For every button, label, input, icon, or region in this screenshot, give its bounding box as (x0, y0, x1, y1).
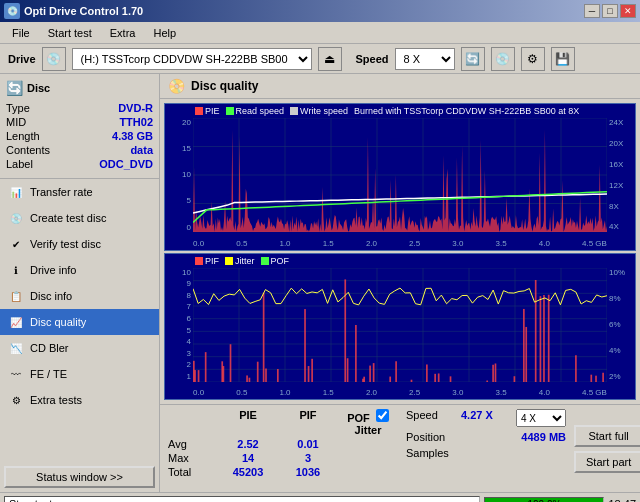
save-icon[interactable]: 💾 (551, 47, 575, 71)
create-disc-icon: 💿 (8, 210, 24, 226)
maximize-button[interactable]: □ (602, 4, 618, 18)
svg-rect-46 (265, 368, 267, 381)
svg-rect-36 (194, 370, 196, 382)
disc-quality-icon: 📈 (8, 314, 24, 330)
pif-legend-item: PIF (195, 256, 219, 266)
menu-start-test[interactable]: Start test (40, 25, 100, 41)
close-button[interactable]: ✕ (620, 4, 636, 18)
disc-mid-value: TTH02 (119, 116, 153, 128)
jitter-checkbox[interactable] (376, 409, 389, 422)
svg-rect-57 (373, 363, 375, 382)
nav-verify-disc-label: Verify test disc (30, 238, 101, 250)
menu-bar: File Start test Extra Help (0, 22, 640, 44)
pif-total-val: 1036 (278, 466, 338, 478)
speed-select[interactable]: 8 X (395, 48, 455, 70)
svg-rect-53 (355, 324, 357, 381)
pie-col-header: PIE (218, 409, 278, 436)
sidebar-item-disc-info[interactable]: 📋 Disc info (0, 283, 159, 309)
sidebar-item-extra-tests[interactable]: ⚙ Extra tests (0, 387, 159, 413)
sidebar-item-fe-te[interactable]: 〰 FE / TE (0, 361, 159, 387)
titlebar-controls: ─ □ ✕ (584, 4, 636, 18)
progress-text: 100.0% (485, 498, 603, 503)
sidebar-item-transfer-rate[interactable]: 📊 Transfer rate (0, 179, 159, 205)
verify-disc-icon: ✔ (8, 236, 24, 252)
stats-max-row: Max 14 3 (168, 452, 398, 464)
empty-label (168, 409, 218, 436)
svg-rect-49 (308, 366, 310, 382)
stats-table: PIE PIF POF Jitter Avg 2.52 0.01 Max 14 … (168, 409, 398, 488)
nav-create-disc-label: Create test disc (30, 212, 106, 224)
nav-cd-bler-label: CD Bler (30, 342, 69, 354)
drive-label: Drive (8, 53, 36, 65)
svg-rect-47 (277, 369, 279, 382)
svg-rect-67 (495, 363, 497, 382)
svg-rect-77 (595, 375, 597, 381)
status-time: 18:47 (608, 498, 636, 503)
position-stat-row: Position 4489 MB (406, 431, 566, 443)
drive-select[interactable]: (H:) TSSTcorp CDDVDW SH-222BB SB00 (72, 48, 312, 70)
refresh-icon[interactable]: 🔄 (461, 47, 485, 71)
write-speed-legend-label: Write speed (300, 106, 348, 116)
speed-label: Speed (356, 53, 389, 65)
menu-extra[interactable]: Extra (102, 25, 144, 41)
svg-rect-70 (525, 326, 527, 381)
samples-stat-label: Samples (406, 447, 449, 459)
svg-rect-72 (540, 296, 542, 382)
right-stats: Speed 4.27 X 4 X Position 4489 MB Sample… (406, 409, 566, 488)
speed-stat-select[interactable]: 4 X (516, 409, 566, 427)
sidebar-item-create-test-disc[interactable]: 💿 Create test disc (0, 205, 159, 231)
start-part-button[interactable]: Start part (574, 451, 640, 473)
disc-title: Disc (27, 82, 50, 94)
minimize-button[interactable]: ─ (584, 4, 600, 18)
stats-total-row: Total 45203 1036 (168, 466, 398, 478)
menu-file[interactable]: File (4, 25, 38, 41)
pof-legend-label: POF (271, 256, 290, 266)
pof-col-header: POF Jitter (338, 409, 398, 436)
position-stat-value: 4489 MB (521, 431, 566, 443)
status-bar: Stan test 100.0% 18:47 (0, 492, 640, 502)
svg-rect-71 (535, 279, 537, 381)
progress-bar: 100.0% (484, 497, 604, 503)
start-full-button[interactable]: Start full (574, 425, 640, 447)
svg-rect-45 (263, 292, 265, 381)
chart1-svg (193, 118, 607, 232)
disc-icon-btn[interactable]: 💿 (491, 47, 515, 71)
disc-label-value: ODC_DVD (99, 158, 153, 170)
stats-avg-row: Avg 2.52 0.01 (168, 438, 398, 450)
nav-items: 📊 Transfer rate 💿 Create test disc ✔ Ver… (0, 179, 159, 462)
disc-contents-label: Contents (6, 144, 50, 156)
svg-rect-40 (223, 366, 225, 382)
sidebar-item-cd-bler[interactable]: 📉 CD Bler (0, 335, 159, 361)
burned-legend-label: Burned with TSSTcorp CDDVDW SH-222BB SB0… (354, 106, 579, 116)
buttons-col: Start full Start part (574, 409, 640, 488)
pof-max-val (338, 452, 398, 464)
speed-stat-row: Speed 4.27 X 4 X (406, 409, 566, 427)
read-speed-legend-label: Read speed (236, 106, 285, 116)
eject-icon[interactable]: ⏏ (318, 47, 342, 71)
avg-label: Avg (168, 438, 218, 450)
svg-rect-43 (249, 377, 251, 381)
sidebar-item-verify-test-disc[interactable]: ✔ Verify test disc (0, 231, 159, 257)
chart1-legend: PIE Read speed Write speed Burned with T… (195, 106, 579, 116)
write-speed-legend-item: Write speed (290, 106, 348, 116)
chart2-legend: PIF Jitter POF (195, 256, 289, 266)
svg-rect-63 (438, 373, 440, 382)
sidebar-item-disc-quality[interactable]: 📈 Disc quality (0, 309, 159, 335)
svg-rect-52 (347, 358, 349, 382)
disc-refresh-icon[interactable]: 🔄 (6, 80, 23, 96)
stats-header-row: PIE PIF POF Jitter (168, 409, 398, 436)
svg-rect-64 (450, 376, 452, 382)
svg-rect-59 (395, 361, 397, 382)
disc-type-value: DVD-R (118, 102, 153, 114)
svg-rect-68 (514, 376, 516, 382)
jitter-legend-item: Jitter (225, 256, 255, 266)
status-window-button[interactable]: Status window >> (4, 466, 155, 488)
cd-bler-icon: 📉 (8, 340, 24, 356)
sidebar-item-drive-info[interactable]: ℹ Drive info (0, 257, 159, 283)
settings-icon[interactable]: ⚙ (521, 47, 545, 71)
status-text: Stan test (4, 496, 480, 503)
menu-help[interactable]: Help (145, 25, 184, 41)
burned-legend-item: Burned with TSSTcorp CDDVDW SH-222BB SB0… (354, 106, 579, 116)
content-header: 📀 Disc quality (160, 74, 640, 99)
svg-rect-61 (426, 364, 428, 382)
